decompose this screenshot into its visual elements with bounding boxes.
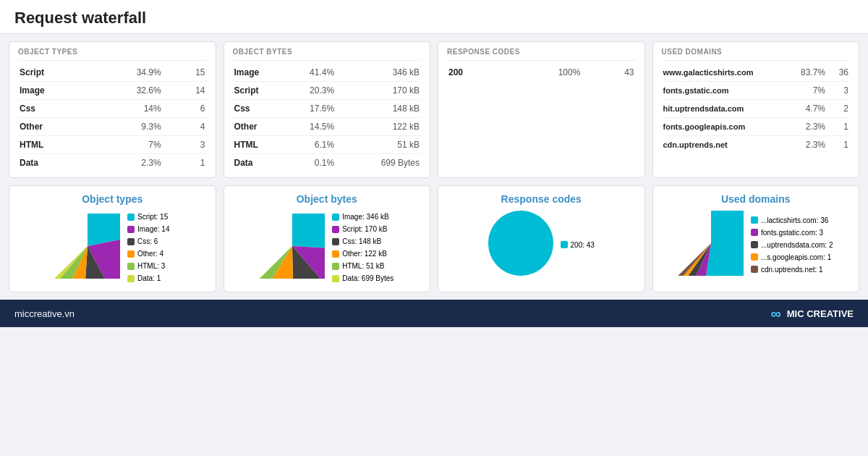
main-content: OBJECT TYPES Script34.9%15Image32.6%14Cs… [0, 34, 868, 300]
table-row: hit.uptrendsdata.com4.7%2 [662, 100, 851, 118]
object-bytes-chart-title: Object bytes [233, 193, 422, 205]
legend-color [127, 275, 135, 282]
object-bytes-table: Image41.4%346 kBScript20.3%170 kBCss17.6… [233, 64, 422, 172]
table-row: www.galacticshirts.com83.7%36 [662, 64, 851, 82]
legend-label: Script: 170 kB [342, 223, 387, 235]
object-bytes-legend: Image: 346 kBScript: 170 kBCss: 148 kBOt… [332, 211, 393, 284]
legend-color [332, 275, 339, 282]
legend-label: Other: 4 [137, 248, 163, 260]
legend-color [127, 214, 135, 221]
table-row: fonts.googleapis.com2.3%1 [662, 118, 851, 136]
used-domains-pie [678, 211, 744, 279]
footer-brand: MIC CREATIVE [787, 308, 854, 319]
used-domains-chart-content: ...lacticshirts.com: 36fonts.gstatic.com… [662, 211, 851, 279]
legend-label: Data: 1 [137, 272, 161, 284]
svg-point-12 [488, 211, 553, 276]
charts-row: Object types [9, 185, 859, 292]
response-codes-chart-card: Response codes 200: 43 [438, 185, 645, 292]
object-bytes-title: OBJECT BYTES [233, 48, 422, 61]
legend-item: ...lacticshirts.com: 36 [751, 214, 833, 227]
footer-brand-area: ∞ MIC CREATIVE [771, 305, 854, 322]
used-domains-title: USED DOMAINS [662, 48, 851, 61]
table-row: Image32.6%14 [18, 82, 207, 100]
legend-item: ...uptrendsdata.com: 2 [751, 239, 833, 251]
legend-color [127, 226, 135, 233]
legend-item: Script: 15 [127, 211, 169, 223]
legend-label: fonts.gstatic.com: 3 [761, 227, 823, 239]
table-row: Data2.3%1 [18, 154, 207, 172]
object-types-chart-title: Object types [18, 193, 207, 205]
object-types-chart-content: Script: 15Image: 14Css: 6Other: 4HTML: 3… [18, 211, 207, 284]
footer-website: miccreative.vn [14, 308, 75, 319]
svg-point-11 [260, 214, 325, 279]
response-codes-pie [488, 211, 553, 279]
legend-item: Data: 699 Bytes [332, 272, 393, 284]
table-row: fonts.gstatic.com7%3 [662, 82, 851, 100]
object-types-table: Script34.9%15Image32.6%14Css14%6Other9.3… [18, 64, 207, 172]
object-types-pie [55, 214, 120, 282]
legend-label: 200: 43 [571, 239, 595, 251]
response-codes-chart-content: 200: 43 [447, 211, 636, 279]
table-row: Css14%6 [18, 100, 207, 118]
legend-item: Data: 1 [127, 272, 169, 284]
legend-label: Css: 6 [137, 235, 158, 248]
table-row: Css17.6%148 kB [233, 100, 422, 118]
legend-item: Other: 4 [127, 248, 169, 260]
response-codes-card: RESPONSE CODES 200100%43 [438, 41, 645, 178]
legend-label: Image: 14 [137, 223, 169, 235]
response-codes-legend: 200: 43 [561, 239, 595, 251]
legend-color [332, 226, 339, 233]
table-row: Script34.9%15 [18, 64, 207, 82]
legend-label: ...lacticshirts.com: 36 [761, 214, 828, 227]
table-row: Image41.4%346 kB [233, 64, 422, 82]
table-row: cdn.uptrends.net2.3%1 [662, 136, 851, 154]
table-row: HTML6.1%51 kB [233, 136, 422, 154]
object-bytes-pie [260, 214, 325, 282]
legend-item: cdn.uptrends.net: 1 [751, 263, 833, 276]
used-domains-card: USED DOMAINS www.galacticshirts.com83.7%… [652, 41, 860, 178]
table-row: HTML7%3 [18, 136, 207, 154]
legend-label: ...s.googleapis.com: 1 [761, 251, 831, 263]
legend-color [127, 250, 135, 258]
legend-color [751, 253, 758, 261]
object-bytes-chart-content: Image: 346 kBScript: 170 kBCss: 148 kBOt… [233, 211, 422, 284]
legend-item: Css: 6 [127, 235, 169, 248]
legend-label: HTML: 3 [137, 260, 165, 272]
legend-label: HTML: 51 kB [342, 260, 384, 272]
table-row: Data0.1%699 Bytes [233, 154, 422, 172]
legend-label: Script: 15 [137, 211, 168, 223]
legend-color [332, 263, 339, 270]
legend-item: HTML: 3 [127, 260, 169, 272]
legend-item: Image: 346 kB [332, 211, 393, 223]
legend-color [127, 263, 135, 270]
svg-point-17 [678, 211, 744, 276]
response-codes-chart-title: Response codes [447, 193, 636, 205]
legend-item: Image: 14 [127, 223, 169, 235]
svg-point-5 [55, 214, 120, 279]
legend-color [332, 250, 339, 258]
legend-label: Image: 346 kB [342, 211, 388, 223]
object-types-legend: Script: 15Image: 14Css: 6Other: 4HTML: 3… [127, 211, 169, 284]
legend-color [561, 241, 568, 248]
response-codes-title: RESPONSE CODES [447, 48, 636, 61]
used-domains-legend: ...lacticshirts.com: 36fonts.gstatic.com… [751, 214, 833, 276]
page-header: Request waterfall [0, 0, 868, 34]
object-bytes-chart-card: Object bytes [224, 185, 431, 292]
legend-item: fonts.gstatic.com: 3 [751, 227, 833, 239]
object-types-card: OBJECT TYPES Script34.9%15Image32.6%14Cs… [9, 41, 216, 178]
legend-label: Other: 122 kB [342, 248, 387, 260]
legend-color [751, 216, 758, 224]
legend-item: Other: 122 kB [332, 248, 393, 260]
object-types-title: OBJECT TYPES [18, 48, 207, 61]
legend-item: Script: 170 kB [332, 223, 393, 235]
object-types-chart-card: Object types [9, 185, 216, 292]
legend-item: 200: 43 [561, 239, 595, 251]
legend-label: cdn.uptrends.net: 1 [761, 263, 823, 276]
legend-color [751, 266, 758, 273]
footer: miccreative.vn ∞ MIC CREATIVE [0, 300, 868, 327]
legend-item: HTML: 51 kB [332, 260, 393, 272]
legend-label: Data: 699 Bytes [342, 272, 393, 284]
legend-color [751, 241, 758, 248]
page-title: Request waterfall [14, 9, 854, 28]
legend-label: Css: 148 kB [342, 235, 381, 248]
